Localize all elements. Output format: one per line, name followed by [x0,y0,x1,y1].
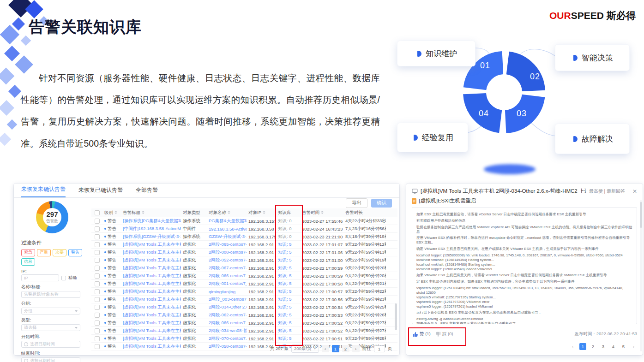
knowledge-count-link[interactable]: 知识: 5 [276,265,300,271]
object-name-link[interactable]: 2网段-034-Other 2.6.x-哲... [207,304,247,310]
kb-article-title[interactable]: [虚拟机]ESXI主机需重启 [419,197,476,204]
object-name-link[interactable]: 2网段-052-centos7-张雁-... [207,257,247,263]
knowledge-count-link[interactable]: 知识: 5 [276,297,300,303]
row-checkbox[interactable] [95,313,100,318]
filter-input-1[interactable]: 告警标题/对象名称 [21,291,80,298]
alert-title-link[interactable]: [虚拟机]VM Tools 工具未在主机, 2网段-066-cento... [121,320,181,326]
alert-title-link[interactable]: [操作系统]GZSW-升级测试-3-175上/分区磁盘空... [121,234,181,240]
alert-title-link[interactable]: [虚拟机]VM Tools 工具未在主机, 2网段-008-cento... [121,249,181,255]
knowledge-count-link[interactable]: 知识: 5 [276,304,300,310]
kb-page-button-3[interactable]: 3 [600,343,607,350]
knowledge-count-link[interactable]: 知识: 5 [276,281,300,287]
row-checkbox[interactable] [95,226,100,231]
row-checkbox[interactable] [95,234,100,239]
row-checkbox[interactable] [95,273,100,279]
table-header-对象名称[interactable]: 对象名称 [207,210,247,216]
kb-prev-page-button[interactable]: ‹ [569,343,576,350]
object-name-link[interactable]: 2网段-066-centos7-陈雄... [207,320,247,326]
page-button-2[interactable]: 2 [342,345,349,352]
severity-button-信息[interactable]: 信息 [21,258,35,266]
object-name-link[interactable]: 2网段-062-centos7-刘俊... [207,312,247,318]
knowledge-count-link[interactable]: 知识: 5 [276,273,300,279]
object-name-link[interactable]: 2网段_003-centos7.5-储辉... [207,297,247,303]
row-checkbox[interactable] [95,250,100,255]
knowledge-count-link[interactable]: 知识: 5 [276,336,300,342]
close-icon[interactable]: ✕ [632,188,637,195]
object-name-link[interactable]: 2网段-067-centos7-陈雄... [207,265,247,271]
alert-title-link[interactable]: [虚拟机]VM Tools 工具未在主机, 2网段-066-cento... [121,273,181,279]
row-checkbox[interactable] [95,289,100,294]
prev-page-button[interactable]: ‹ [322,345,329,352]
alert-title-link[interactable]: [虚拟机]VM Tools 工具未在主机, 2网段-001-cento... [121,281,181,287]
table-header-级别[interactable]: 级别 [102,210,121,216]
page-size-select[interactable]: 200条/页 [291,344,319,353]
knowledge-count-link[interactable]: 知识: 5 [276,312,300,318]
knowledge-count-link[interactable]: 知识: 5 [276,242,300,248]
tab-全部告警[interactable]: 全部告警 [136,184,158,197]
knowledge-count-link[interactable]: 知识: 5 [276,320,300,326]
table-header-告警时间[interactable]: 告警时间 [300,210,343,216]
severity-button-次要[interactable]: 次要 [53,249,66,256]
alert-title-link[interactable]: [虚拟机]VM Tools 工具未在主机, 2网段-070-cento... [121,336,181,342]
sort-icon[interactable] [321,211,324,214]
object-name-link[interactable]: 2网段-065-centos7-郭发... [207,242,247,248]
alert-title-link[interactable]: [虚拟机]VM Tools 工具未在主机, 2网段_003-cento... [121,297,181,303]
object-name-link[interactable]: 2网段-001-centos7_1 [207,281,247,287]
page-button-1[interactable]: 1 [332,345,339,352]
export-button[interactable]: 导出 [346,198,367,208]
filter-select-3[interactable]: 请选择 [21,324,80,331]
row-checkbox[interactable] [95,336,100,341]
filter-input-4[interactable]: 选择日期时间 [21,341,80,348]
knowledge-count-link[interactable]: 知识: 5 [276,289,300,295]
row-checkbox[interactable] [95,281,100,286]
kb-page-button-2[interactable]: 2 [590,343,596,350]
table-header-告警标题[interactable]: 告警标题 [121,210,181,216]
next-page-button[interactable]: › [352,345,360,352]
object-name-link[interactable]: 2网段-034-win08-哲峰-H... [207,328,247,334]
tab-未恢复已确认告警[interactable]: 未恢复已确认告警 [78,184,123,197]
kb-page-button-4[interactable]: 4 [610,343,617,350]
row-checkbox[interactable] [95,219,100,224]
tab-未恢复未确认告警[interactable]: 未恢复未确认告警 [21,183,66,197]
object-name-link[interactable]: 2网段-058-centos7-徐国... [207,344,247,350]
alert-title-link[interactable]: [虚拟机]VM Tools 工具未在主机, 2网段-067-cento... [121,265,181,271]
row-checkbox[interactable] [95,258,100,263]
alert-title-link[interactable]: [虚拟机]VM Tools 工具未在主机, 2网段-062-cento... [121,312,181,318]
object-name-link[interactable]: 2网段-008-centos7-可环-... [207,249,247,255]
alert-title-link[interactable]: [操作系统]PG集群&大量数据写入-数据源-3-157 ... [121,218,181,224]
sort-icon[interactable] [114,211,117,214]
alert-title-link[interactable]: [虚拟机]VM Tools 工具未在主机, 2网段-065-cento... [121,242,181,248]
severity-button-警告[interactable]: 警告 [68,249,82,256]
kb-next-page-button[interactable]: › [630,343,637,350]
alert-title-link[interactable]: [虚拟机]VM Tools 工具未在主机, 2网段-052-cento... [121,257,181,263]
kb-scrollbar[interactable] [640,202,642,228]
confirm-button[interactable]: 确认 [371,199,392,208]
select-all-checkbox[interactable] [95,210,100,215]
object-name-link[interactable]: 2网段-066-centos7-陈雄... [207,273,247,279]
alert-title-link[interactable]: [虚拟机]VM Tools 工具未在主机, 2网段-034-Other... [121,304,181,310]
row-checkbox[interactable] [95,305,100,310]
row-checkbox[interactable] [95,328,100,333]
alert-title-link[interactable]: [虚拟机]VM Tools 工具未在主机, qimingtianjing ... [121,289,181,295]
filter-select-2[interactable]: 分组 [21,308,80,315]
table-scrollbar[interactable] [395,303,397,330]
exact-match-checkbox[interactable] [61,276,66,280]
knowledge-count-link[interactable]: 知识: 5 [276,249,300,255]
row-checkbox[interactable] [95,344,100,349]
severity-button-严重[interactable]: 严重 [37,249,51,256]
object-name-link[interactable]: 2网段-070-centos7.5-徐国... [207,336,247,342]
row-checkbox[interactable] [95,320,100,326]
row-checkbox[interactable] [95,266,100,271]
object-name-link[interactable]: PG集群&大量数据写入-数... [207,218,247,224]
row-checkbox[interactable] [95,242,100,247]
kb-sort-options[interactable]: 最高赞 | 最新回答 [589,188,625,195]
jump-page-input[interactable] [374,345,385,352]
sort-icon[interactable] [142,211,144,214]
knowledge-count-link[interactable]: 知识: 5 [276,328,300,334]
dislike-button[interactable]: 踩 (0) [435,331,453,337]
alert-title-link[interactable]: [中间件]192.168.3.58-ActiveMQ主机上内存池PS S... [121,226,181,232]
like-button[interactable]: 赞 (1) [413,331,431,337]
knowledge-count-link[interactable]: 知识: 5 [276,257,300,263]
sort-icon[interactable] [263,211,265,214]
filter-input-5[interactable]: 选择日期时间 [21,357,80,362]
